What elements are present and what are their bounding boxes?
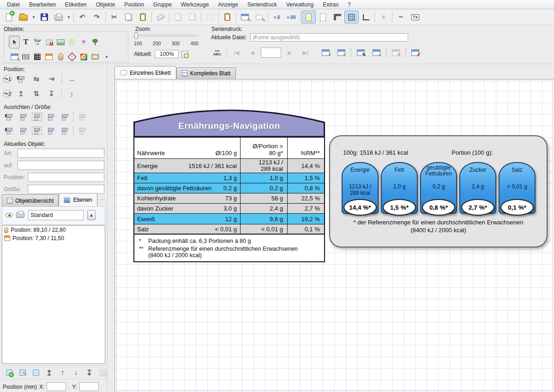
print-button[interactable] (51, 11, 66, 24)
edit-properties-tool[interactable]: ✎ (9, 50, 20, 63)
snap-button[interactable]: ✳ (376, 11, 391, 24)
form-tool[interactable] (43, 50, 54, 63)
list-item[interactable]: Position: 7,30 / 11,50 (2, 234, 105, 242)
align-objects-center-v-button[interactable] (17, 125, 29, 137)
text-frame-button[interactable]: Tx (408, 11, 422, 24)
paste-button[interactable] (136, 11, 150, 24)
merge-preview-button[interactable]: «»ABC (210, 46, 224, 59)
menu-gruppe[interactable]: Gruppe (149, 0, 176, 9)
obj-size-input[interactable] (28, 185, 104, 194)
same-width-button[interactable] (76, 111, 88, 123)
menu-bearbeiten[interactable]: Bearbeiten (25, 0, 60, 9)
send-to-back-button[interactable]: ↧ (83, 367, 96, 379)
capsule-shape-tool[interactable] (55, 50, 66, 63)
tab-komplettes-blatt[interactable]: Komplettes Blatt (176, 67, 236, 79)
ruler-toggle[interactable] (330, 11, 344, 24)
data-process-button[interactable]: ↯ (389, 46, 403, 59)
bring-to-front-button[interactable]: ↥ (43, 367, 55, 379)
tab-einzelnes-etikett[interactable]: Einzelnes Etikett (114, 66, 176, 79)
paste-special-button[interactable] (220, 11, 235, 24)
undo-button[interactable]: ↶ (75, 11, 90, 24)
align-center-v-button[interactable]: ⇅ (30, 88, 42, 100)
variable-text-tool[interactable]: Var«» (32, 36, 43, 48)
redo-button[interactable]: ↷ (90, 11, 104, 24)
layer-select-button[interactable] (30, 367, 42, 379)
record-number-input[interactable] (261, 48, 281, 58)
align-objects-right-button[interactable] (58, 111, 71, 123)
data-edit-button[interactable]: ✎ (354, 46, 368, 59)
menu-verwaltung[interactable]: Verwaltung (282, 0, 318, 9)
tab-ebenen[interactable]: Ebenen (59, 193, 97, 206)
align-objects-bottom-button[interactable] (58, 125, 71, 137)
data-open-button[interactable]: ▼ (334, 46, 349, 59)
serial-text-tool[interactable]: M (43, 36, 54, 48)
align-top-edge-button[interactable]: ↥ (15, 88, 27, 100)
menu-extras[interactable]: Extras (319, 0, 343, 9)
align-objects-center-h-button[interactable] (17, 111, 29, 123)
copy-button[interactable] (121, 11, 136, 24)
same-height-button[interactable] (76, 125, 88, 137)
current-file-input[interactable] (250, 33, 408, 42)
bring-forward-button[interactable]: ↑ (56, 367, 69, 379)
polygon-tool[interactable] (66, 36, 78, 48)
menu-etiketten[interactable]: Etiketten (61, 0, 91, 9)
barcode-tool[interactable] (20, 50, 31, 63)
print-dropdown[interactable]: ▼ (66, 11, 72, 24)
gda-panel-object[interactable]: 100g: 1516 kJ / 361 kcal Portion (100 g)… (329, 135, 548, 247)
list-item[interactable]: Position: 89,10 / 22,80 (2, 226, 105, 234)
y-input[interactable] (79, 382, 99, 391)
obj-position-input[interactable] (28, 173, 104, 182)
record-next-button[interactable]: ▶ (283, 46, 297, 59)
menu-datei[interactable]: Datei (3, 0, 24, 9)
save-button[interactable] (37, 11, 51, 24)
align-bottom-edge-button[interactable]: ↧ (45, 88, 58, 100)
layer-edit-button[interactable]: ✎ (16, 367, 29, 379)
edit-document-button[interactable]: ✎ (238, 11, 252, 24)
new-document-button[interactable]: + (2, 11, 16, 24)
menu-help[interactable]: ? (343, 0, 355, 9)
x-input[interactable] (47, 382, 66, 391)
grid-toggle[interactable] (344, 11, 359, 24)
menu-seriendruck[interactable]: Seriendruck (243, 0, 281, 9)
decimal-add-button[interactable]: +.0 (270, 11, 284, 24)
menu-objekte[interactable]: Objekte (92, 0, 119, 9)
decimal-remove-button[interactable]: +.00 (284, 11, 298, 24)
zoom-current-input[interactable] (155, 50, 179, 58)
menu-werkzeuge[interactable]: Werkzeuge (177, 0, 213, 9)
edit-note-button[interactable]: ✎ (252, 11, 266, 24)
align-left-edge-button[interactable] (15, 73, 27, 85)
align-objects-left-button[interactable] (3, 111, 15, 123)
qrcode-tool[interactable] (32, 50, 43, 63)
record-prev-button[interactable]: ◀ (245, 46, 259, 59)
layer-remove-button[interactable]: − (96, 367, 109, 379)
zoom-slider-thumb[interactable] (134, 32, 138, 39)
curve-tool-button[interactable]: ~ (394, 11, 408, 24)
record-last-button[interactable]: ▶| (298, 46, 313, 59)
frame-tool[interactable] (90, 50, 101, 63)
visibility-eye-icon[interactable] (6, 213, 12, 217)
align-objects-middle-label-button[interactable] (30, 125, 43, 137)
menu-anzeige[interactable]: Anzeige (214, 0, 242, 9)
label-background-toggle[interactable] (301, 11, 316, 24)
zoom-fit-icon[interactable] (181, 51, 188, 58)
warning-symbol-tool[interactable]: ! (66, 50, 78, 63)
selection-frame-button[interactable] (203, 11, 217, 24)
position-preset-2[interactable]: ↷2 (3, 90, 12, 97)
align-objects-center-label-button[interactable] (30, 111, 43, 123)
image-tool[interactable] (55, 36, 66, 48)
open-file-dropdown[interactable]: ▼ (30, 11, 37, 24)
send-backward-button[interactable]: ↓ (70, 367, 82, 379)
stretch-width-button[interactable]: ↔ (66, 73, 78, 85)
position-preset-1[interactable]: ↷1 (3, 75, 12, 83)
layer-scroll-up-button[interactable]: ▲ (87, 210, 96, 220)
move-object-button[interactable] (171, 11, 185, 24)
text-tool[interactable]: T (20, 36, 31, 48)
duplicate-button[interactable] (185, 11, 199, 24)
gda-object-tool[interactable]: G (78, 50, 89, 63)
heart-shape-tool[interactable]: ♥ (78, 36, 89, 48)
distribute-h-button[interactable] (44, 111, 57, 123)
guides-toggle[interactable] (359, 11, 373, 24)
data-settings-button[interactable]: ☼ (369, 46, 384, 59)
stretch-height-button[interactable]: ↕ (66, 88, 78, 100)
cut-button[interactable]: ✂ (107, 11, 121, 24)
